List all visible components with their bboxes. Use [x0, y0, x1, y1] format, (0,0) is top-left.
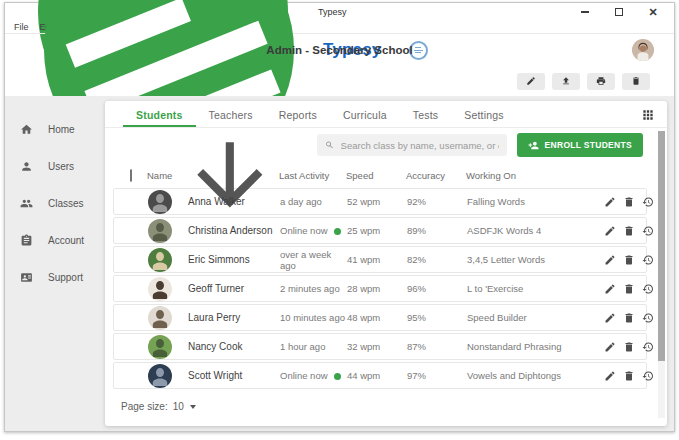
working-on: 3,4,5 Letter Words: [467, 254, 594, 265]
row-delete-button[interactable]: [623, 283, 635, 295]
row-delete-button[interactable]: [623, 370, 635, 382]
scrollbar-thumb[interactable]: [658, 131, 665, 361]
online-dot: [334, 373, 341, 380]
profile-avatar[interactable]: [632, 39, 654, 61]
sidebar-item-support[interactable]: Support: [5, 259, 99, 296]
table-row[interactable]: Geoff Turner 2 minutes ago 28 wpm 96% L …: [113, 275, 647, 302]
accuracy: 82%: [407, 254, 467, 265]
printer-icon: [596, 76, 606, 86]
sidebar-item-classes[interactable]: Classes: [5, 185, 99, 222]
table-row[interactable]: Eric Simmons over a week ago 41 wpm 82% …: [113, 246, 647, 273]
toolbar-edit-button[interactable]: [517, 73, 545, 90]
row-edit-button[interactable]: [604, 254, 616, 266]
tab-tests[interactable]: Tests: [400, 101, 452, 127]
student-name: Anna Walker: [188, 196, 280, 207]
tab-settings[interactable]: Settings: [451, 101, 517, 127]
main-panel: StudentsTeachersReportsCurriculaTestsSet…: [105, 101, 667, 426]
grid-view-icon[interactable]: [641, 108, 655, 122]
enroll-students-button[interactable]: ENROLL STUDENTS: [517, 133, 643, 157]
search-icon: [325, 140, 334, 150]
row-edit-button[interactable]: [604, 225, 616, 237]
row-delete-button[interactable]: [623, 341, 635, 353]
sidebar: Home Users Classes Account Support: [5, 96, 99, 431]
row-history-button[interactable]: [642, 312, 654, 324]
row-edit-button[interactable]: [604, 283, 616, 295]
pencil-icon: [526, 76, 536, 86]
students-table: Name Last Activity Speed Accuracy Workin…: [105, 162, 667, 412]
accuracy: 89%: [407, 225, 467, 236]
row-delete-button[interactable]: [623, 196, 635, 208]
speed: 28 wpm: [347, 283, 407, 294]
row-delete-button[interactable]: [623, 254, 635, 266]
last-activity: a day ago: [280, 196, 347, 207]
speed: 44 wpm: [347, 370, 407, 381]
student-avatar: [148, 190, 172, 214]
row-history-button[interactable]: [642, 370, 654, 382]
clipboard-icon: [20, 234, 33, 247]
accuracy: 95%: [407, 312, 467, 323]
row-history-button[interactable]: [642, 225, 654, 237]
row-edit-button[interactable]: [604, 196, 616, 208]
student-avatar: [148, 219, 172, 243]
accuracy: 87%: [407, 341, 467, 352]
working-on: Speed Builder: [467, 312, 594, 323]
speed: 25 wpm: [347, 225, 407, 236]
table-header: Name Last Activity Speed Accuracy Workin…: [113, 162, 647, 188]
student-avatar: [148, 277, 172, 301]
tab-reports[interactable]: Reports: [266, 101, 330, 127]
row-edit-button[interactable]: [604, 312, 616, 324]
toolbar-delete-button[interactable]: [622, 73, 650, 90]
toolbar-export-button[interactable]: [552, 73, 580, 90]
select-all-checkbox[interactable]: [130, 169, 132, 182]
person-icon: [20, 160, 33, 173]
close-button[interactable]: ✕: [648, 7, 658, 17]
table-row[interactable]: Laura Perry 10 minutes ago 48 wpm 95% Sp…: [113, 304, 647, 331]
tab-students[interactable]: Students: [123, 101, 196, 127]
search-input[interactable]: [341, 140, 499, 151]
row-edit-button[interactable]: [604, 341, 616, 353]
column-header-speed[interactable]: Speed: [346, 170, 406, 181]
row-delete-button[interactable]: [623, 312, 635, 324]
vertical-scrollbar[interactable]: [658, 131, 665, 418]
sidebar-item-account[interactable]: Account: [5, 222, 99, 259]
search-box: [317, 134, 507, 156]
table-row[interactable]: Nancy Cook 1 hour ago 32 wpm 87% Nonstan…: [113, 333, 647, 360]
column-header-last-activity[interactable]: Last Activity: [279, 170, 346, 181]
table-row[interactable]: Scott Wright Online now 44 wpm 97% Vowel…: [113, 362, 647, 389]
row-history-button[interactable]: [642, 341, 654, 353]
toolbar-print-button[interactable]: [587, 73, 615, 90]
contact-card-icon: [20, 271, 33, 284]
tab-curricula[interactable]: Curricula: [330, 101, 400, 127]
tab-teachers[interactable]: Teachers: [196, 101, 266, 127]
column-header-working-on[interactable]: Working On: [466, 170, 593, 181]
row-history-button[interactable]: [642, 254, 654, 266]
maximize-button[interactable]: [614, 7, 624, 17]
student-name: Nancy Cook: [188, 341, 280, 352]
student-avatar: [148, 248, 172, 272]
row-history-button[interactable]: [642, 283, 654, 295]
working-on: Vowels and Diphtongs: [467, 370, 594, 381]
group-icon: [20, 197, 33, 210]
row-delete-button[interactable]: [623, 225, 635, 237]
app-window: Typesy ✕ FileEditViewWindowHelp Typesy A…: [4, 2, 675, 432]
pagination: Page size: 10: [113, 391, 647, 412]
upload-icon: [561, 76, 571, 86]
accuracy: 96%: [407, 283, 467, 294]
student-name: Scott Wright: [188, 370, 280, 381]
speed: 32 wpm: [347, 341, 407, 352]
page-size-label: Page size:: [121, 401, 168, 412]
page-size-select[interactable]: 10: [173, 401, 196, 412]
page-title: Admin - Secondary School: [266, 44, 412, 56]
student-name: Christina Anderson: [188, 225, 280, 236]
column-header-name[interactable]: Name: [147, 170, 172, 181]
student-name: Eric Simmons: [188, 254, 280, 265]
sidebar-item-users[interactable]: Users: [5, 148, 99, 185]
student-avatar: [148, 335, 172, 359]
row-history-button[interactable]: [642, 196, 654, 208]
row-edit-button[interactable]: [604, 370, 616, 382]
sidebar-item-home[interactable]: Home: [5, 111, 99, 148]
toolbar-actions: [517, 73, 650, 90]
sort-desc-icon[interactable]: [181, 126, 279, 224]
column-header-accuracy[interactable]: Accuracy: [406, 170, 466, 181]
minimize-button[interactable]: [580, 7, 590, 17]
